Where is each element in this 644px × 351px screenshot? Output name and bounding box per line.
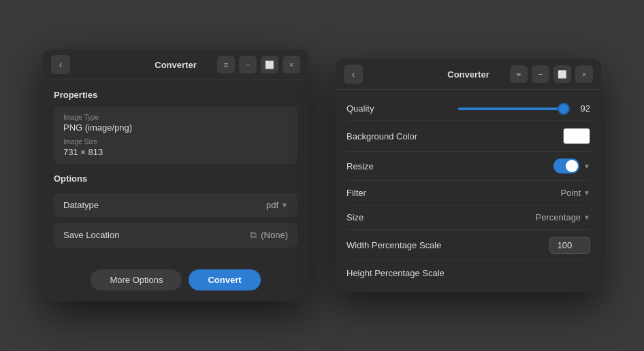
- window-title-2: Converter: [447, 69, 489, 80]
- close-button-1[interactable]: ×: [283, 56, 300, 73]
- background-color-swatch[interactable]: [563, 128, 590, 144]
- background-color-label: Background Color: [347, 131, 428, 141]
- quality-label: Quality: [347, 103, 428, 114]
- quality-row: Quality 92: [347, 97, 590, 121]
- height-scale-label: Height Percentage Scale: [347, 268, 445, 278]
- filter-control[interactable]: Point ▼: [560, 188, 590, 198]
- more-options-button[interactable]: More Options: [91, 269, 182, 290]
- width-scale-input[interactable]: [549, 237, 590, 254]
- titlebar-right-2: ≡ − ⬜ ×: [510, 65, 593, 83]
- titlebar-right-1: ≡ − ⬜ ×: [217, 56, 300, 73]
- resize-control: ▼: [553, 158, 590, 173]
- filter-row: Filter Point ▼: [347, 181, 590, 205]
- back-button-1[interactable]: ‹: [51, 55, 70, 74]
- image-size-value: 731 × 813: [63, 147, 288, 157]
- window-title-1: Converter: [155, 60, 196, 70]
- menu-button-2[interactable]: ≡: [510, 65, 528, 83]
- save-location-value: (None): [261, 230, 288, 240]
- quality-slider-thumb[interactable]: [558, 103, 570, 115]
- back-button-2[interactable]: ‹: [344, 65, 363, 84]
- titlebar-1: ‹ Converter ≡ − ⬜ ×: [43, 50, 308, 80]
- resize-toggle[interactable]: [553, 158, 579, 173]
- titlebar-left-1: ‹: [51, 55, 70, 74]
- converter-window-2: ‹ Converter ≡ − ⬜ × Quality 92 Backgroun…: [336, 59, 601, 292]
- titlebar-2: ‹ Converter ≡ − ⬜ ×: [336, 59, 601, 90]
- image-type-value: PNG (image/png): [63, 122, 288, 133]
- toggle-knob: [566, 160, 578, 172]
- resize-row: Resize ▼: [347, 152, 590, 181]
- size-label: Size: [347, 212, 428, 222]
- datatype-value: pdf: [266, 200, 278, 210]
- minimize-button-2[interactable]: −: [532, 65, 549, 83]
- size-value: Percentage: [536, 212, 581, 222]
- datatype-label: Datatype: [63, 200, 99, 210]
- quality-value: 92: [574, 103, 590, 114]
- resize-label: Resize: [347, 161, 428, 171]
- image-size-label: Image Size: [63, 138, 288, 146]
- filter-chevron: ▼: [583, 189, 590, 197]
- width-scale-label: Width Percentage Scale: [347, 240, 441, 250]
- window1-footer: More Options Convert: [43, 263, 308, 301]
- size-row: Size Percentage ▼: [347, 205, 590, 230]
- datatype-chevron: ▼: [281, 201, 288, 209]
- background-color-row: Background Color: [347, 121, 590, 152]
- size-chevron: ▼: [583, 214, 590, 221]
- save-location-control[interactable]: ⧉ (None): [250, 229, 288, 241]
- window2-body: Quality 92 Background Color Resize ▼: [336, 90, 601, 292]
- window1-body: Properties Image Type PNG (image/png) Im…: [43, 80, 308, 263]
- filter-label: Filter: [347, 188, 428, 198]
- properties-box: Image Type PNG (image/png) Image Size 73…: [54, 107, 297, 164]
- save-location-label: Save Location: [63, 230, 119, 240]
- converter-window-1: ‹ Converter ≡ − ⬜ × Properties Image Typ…: [43, 50, 308, 301]
- convert-button[interactable]: Convert: [189, 269, 260, 290]
- maximize-button-1[interactable]: ⬜: [261, 56, 278, 73]
- image-type-item: Image Type PNG (image/png): [63, 114, 288, 133]
- image-size-item: Image Size 731 × 813: [63, 138, 288, 157]
- close-button-2[interactable]: ×: [575, 65, 593, 83]
- minimize-button-1[interactable]: −: [239, 56, 257, 73]
- titlebar-left-2: ‹: [344, 65, 363, 84]
- menu-button-1[interactable]: ≡: [217, 56, 235, 73]
- quality-slider-track[interactable]: [458, 107, 567, 110]
- width-scale-row: Width Percentage Scale: [347, 230, 590, 261]
- size-control[interactable]: Percentage ▼: [536, 212, 590, 222]
- properties-title: Properties: [54, 90, 297, 100]
- datatype-control[interactable]: pdf ▼: [266, 200, 288, 210]
- options-title: Options: [54, 173, 297, 184]
- resize-chevron[interactable]: ▼: [583, 163, 590, 170]
- folder-icon: ⧉: [250, 229, 257, 241]
- save-location-row: Save Location ⧉ (None): [54, 222, 297, 248]
- quality-control: 92: [428, 103, 590, 114]
- filter-value: Point: [560, 188, 581, 198]
- height-scale-row: Height Percentage Scale: [347, 261, 590, 285]
- maximize-button-2[interactable]: ⬜: [553, 65, 571, 83]
- datatype-row: Datatype pdf ▼: [54, 193, 297, 217]
- quality-slider-fill: [458, 107, 558, 110]
- image-type-label: Image Type: [63, 114, 288, 121]
